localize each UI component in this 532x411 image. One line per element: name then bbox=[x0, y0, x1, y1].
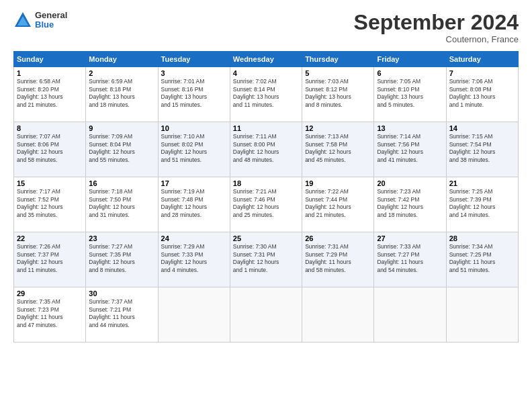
day-info: Sunrise: 7:13 AMSunset: 7:58 PMDaylight:… bbox=[305, 133, 371, 164]
day-info: Sunrise: 7:05 AMSunset: 8:10 PMDaylight:… bbox=[377, 78, 443, 109]
calendar-cell: 23Sunrise: 7:27 AMSunset: 7:35 PMDayligh… bbox=[86, 232, 158, 287]
month-title: September 2024 bbox=[354, 11, 519, 34]
day-number: 5 bbox=[305, 69, 371, 77]
day-header-friday: Friday bbox=[374, 52, 446, 67]
day-info: Sunrise: 7:29 AMSunset: 7:33 PMDaylight:… bbox=[161, 243, 227, 274]
calendar-cell: 26Sunrise: 7:31 AMSunset: 7:29 PMDayligh… bbox=[302, 232, 374, 287]
calendar-cell bbox=[374, 287, 446, 342]
calendar-week-3: 15Sunrise: 7:17 AMSunset: 7:52 PMDayligh… bbox=[14, 177, 519, 232]
logo-text: General Blue bbox=[35, 11, 67, 30]
day-info: Sunrise: 7:18 AMSunset: 7:50 PMDaylight:… bbox=[89, 188, 154, 219]
calendar-cell: 2Sunrise: 6:59 AMSunset: 8:18 PMDaylight… bbox=[86, 67, 158, 122]
day-info: Sunrise: 7:06 AMSunset: 8:08 PMDaylight:… bbox=[449, 78, 515, 109]
header: General Blue September 2024 Couternon, F… bbox=[13, 11, 519, 44]
calendar-cell: 19Sunrise: 7:22 AMSunset: 7:44 PMDayligh… bbox=[302, 177, 374, 232]
calendar-cell: 8Sunrise: 7:07 AMSunset: 8:06 PMDaylight… bbox=[14, 122, 86, 177]
day-info: Sunrise: 7:21 AMSunset: 7:46 PMDaylight:… bbox=[233, 188, 299, 219]
day-number: 18 bbox=[233, 179, 299, 187]
day-info: Sunrise: 7:22 AMSunset: 7:44 PMDaylight:… bbox=[305, 188, 371, 219]
calendar-cell: 13Sunrise: 7:14 AMSunset: 7:56 PMDayligh… bbox=[374, 122, 446, 177]
calendar-header-row: SundayMondayTuesdayWednesdayThursdayFrid… bbox=[14, 52, 519, 67]
day-info: Sunrise: 7:11 AMSunset: 8:00 PMDaylight:… bbox=[233, 133, 299, 164]
day-info: Sunrise: 7:27 AMSunset: 7:35 PMDaylight:… bbox=[89, 243, 154, 274]
day-number: 8 bbox=[17, 124, 83, 132]
calendar-cell: 25Sunrise: 7:30 AMSunset: 7:31 PMDayligh… bbox=[230, 232, 302, 287]
calendar-cell: 16Sunrise: 7:18 AMSunset: 7:50 PMDayligh… bbox=[86, 177, 158, 232]
day-number: 27 bbox=[377, 234, 443, 242]
calendar-week-4: 22Sunrise: 7:26 AMSunset: 7:37 PMDayligh… bbox=[14, 232, 519, 287]
day-header-wednesday: Wednesday bbox=[230, 52, 302, 67]
day-number: 12 bbox=[305, 124, 371, 132]
day-header-monday: Monday bbox=[86, 52, 158, 67]
calendar-cell: 14Sunrise: 7:15 AMSunset: 7:54 PMDayligh… bbox=[446, 122, 518, 177]
day-info: Sunrise: 7:19 AMSunset: 7:48 PMDaylight:… bbox=[161, 188, 227, 219]
calendar-week-2: 8Sunrise: 7:07 AMSunset: 8:06 PMDaylight… bbox=[14, 122, 519, 177]
calendar-cell: 3Sunrise: 7:01 AMSunset: 8:16 PMDaylight… bbox=[158, 67, 230, 122]
calendar-cell bbox=[158, 287, 230, 342]
day-number: 13 bbox=[377, 124, 443, 132]
day-info: Sunrise: 7:31 AMSunset: 7:29 PMDaylight:… bbox=[305, 243, 371, 274]
day-info: Sunrise: 7:09 AMSunset: 8:04 PMDaylight:… bbox=[89, 133, 154, 164]
calendar-cell: 7Sunrise: 7:06 AMSunset: 8:08 PMDaylight… bbox=[446, 67, 518, 122]
day-number: 14 bbox=[449, 124, 515, 132]
day-number: 16 bbox=[89, 179, 154, 187]
logo-general: General bbox=[35, 11, 67, 20]
day-number: 21 bbox=[449, 179, 515, 187]
location: Couternon, France bbox=[354, 34, 519, 44]
calendar-cell: 30Sunrise: 7:37 AMSunset: 7:21 PMDayligh… bbox=[86, 287, 158, 342]
day-number: 6 bbox=[377, 69, 443, 77]
day-info: Sunrise: 7:15 AMSunset: 7:54 PMDaylight:… bbox=[449, 133, 515, 164]
day-info: Sunrise: 7:14 AMSunset: 7:56 PMDaylight:… bbox=[377, 133, 443, 164]
logo: General Blue bbox=[13, 11, 67, 30]
day-number: 9 bbox=[89, 124, 154, 132]
day-info: Sunrise: 7:37 AMSunset: 7:21 PMDaylight:… bbox=[89, 298, 154, 329]
day-info: Sunrise: 7:33 AMSunset: 7:27 PMDaylight:… bbox=[377, 243, 443, 274]
day-number: 1 bbox=[17, 69, 83, 77]
day-info: Sunrise: 7:23 AMSunset: 7:42 PMDaylight:… bbox=[377, 188, 443, 219]
calendar-table: SundayMondayTuesdayWednesdayThursdayFrid… bbox=[13, 51, 519, 342]
calendar-cell: 15Sunrise: 7:17 AMSunset: 7:52 PMDayligh… bbox=[14, 177, 86, 232]
day-info: Sunrise: 7:35 AMSunset: 7:23 PMDaylight:… bbox=[17, 298, 83, 329]
calendar-cell: 1Sunrise: 6:58 AMSunset: 8:20 PMDaylight… bbox=[14, 67, 86, 122]
day-number: 7 bbox=[449, 69, 515, 77]
day-number: 15 bbox=[17, 179, 83, 187]
day-header-sunday: Sunday bbox=[14, 52, 86, 67]
calendar-cell: 5Sunrise: 7:03 AMSunset: 8:12 PMDaylight… bbox=[302, 67, 374, 122]
calendar-cell: 20Sunrise: 7:23 AMSunset: 7:42 PMDayligh… bbox=[374, 177, 446, 232]
day-info: Sunrise: 6:58 AMSunset: 8:20 PMDaylight:… bbox=[17, 78, 83, 109]
calendar-cell: 6Sunrise: 7:05 AMSunset: 8:10 PMDaylight… bbox=[374, 67, 446, 122]
day-number: 26 bbox=[305, 234, 371, 242]
calendar-cell: 10Sunrise: 7:10 AMSunset: 8:02 PMDayligh… bbox=[158, 122, 230, 177]
day-info: Sunrise: 7:03 AMSunset: 8:12 PMDaylight:… bbox=[305, 78, 371, 109]
calendar-cell: 21Sunrise: 7:25 AMSunset: 7:39 PMDayligh… bbox=[446, 177, 518, 232]
calendar-cell bbox=[446, 287, 518, 342]
day-number: 29 bbox=[17, 289, 83, 298]
day-info: Sunrise: 7:30 AMSunset: 7:31 PMDaylight:… bbox=[233, 243, 299, 274]
calendar-cell: 22Sunrise: 7:26 AMSunset: 7:37 PMDayligh… bbox=[14, 232, 86, 287]
day-info: Sunrise: 6:59 AMSunset: 8:18 PMDaylight:… bbox=[89, 78, 154, 109]
calendar-cell bbox=[302, 287, 374, 342]
calendar-cell: 4Sunrise: 7:02 AMSunset: 8:14 PMDaylight… bbox=[230, 67, 302, 122]
day-header-saturday: Saturday bbox=[446, 52, 518, 67]
calendar-page: General Blue September 2024 Couternon, F… bbox=[0, 0, 532, 411]
day-info: Sunrise: 7:10 AMSunset: 8:02 PMDaylight:… bbox=[161, 133, 227, 164]
logo-icon bbox=[13, 11, 32, 30]
calendar-cell: 11Sunrise: 7:11 AMSunset: 8:00 PMDayligh… bbox=[230, 122, 302, 177]
day-info: Sunrise: 7:26 AMSunset: 7:37 PMDaylight:… bbox=[17, 243, 83, 274]
day-number: 3 bbox=[161, 69, 227, 77]
day-number: 22 bbox=[17, 234, 83, 242]
day-info: Sunrise: 7:17 AMSunset: 7:52 PMDaylight:… bbox=[17, 188, 83, 219]
day-number: 4 bbox=[233, 69, 299, 77]
calendar-cell bbox=[230, 287, 302, 342]
calendar-cell: 12Sunrise: 7:13 AMSunset: 7:58 PMDayligh… bbox=[302, 122, 374, 177]
calendar-cell: 24Sunrise: 7:29 AMSunset: 7:33 PMDayligh… bbox=[158, 232, 230, 287]
day-number: 19 bbox=[305, 179, 371, 187]
day-number: 23 bbox=[89, 234, 154, 242]
day-header-thursday: Thursday bbox=[302, 52, 374, 67]
day-number: 30 bbox=[89, 289, 154, 298]
day-number: 24 bbox=[161, 234, 227, 242]
logo-blue: Blue bbox=[35, 20, 67, 30]
day-number: 25 bbox=[233, 234, 299, 242]
day-info: Sunrise: 7:02 AMSunset: 8:14 PMDaylight:… bbox=[233, 78, 299, 109]
day-number: 28 bbox=[449, 234, 515, 242]
